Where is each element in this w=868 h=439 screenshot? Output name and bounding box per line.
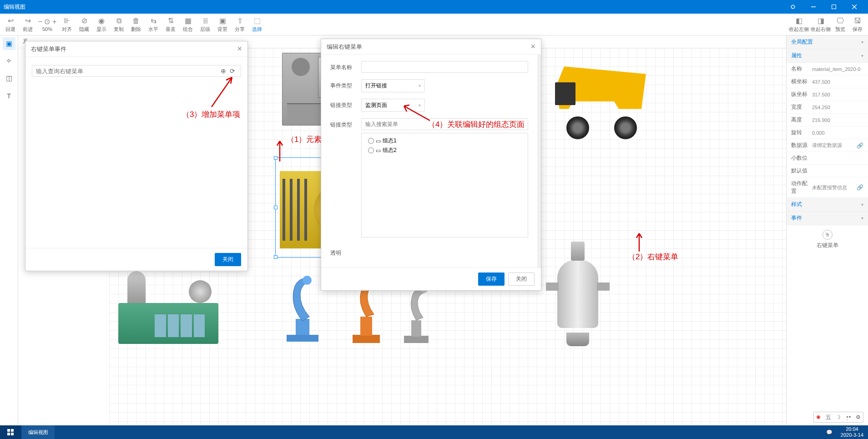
gear-icon[interactable]: ⚙ — [856, 414, 861, 420]
radio-page2[interactable] — [368, 147, 374, 153]
select-link-type[interactable]: 监测页面▾ — [361, 99, 425, 112]
prop-y[interactable]: 纵坐标317.500 — [787, 88, 868, 101]
tool-align[interactable]: ⊪对齐 — [58, 15, 76, 35]
taskbar-app-label: 编辑视图 — [28, 429, 48, 436]
radio-page1[interactable] — [368, 138, 374, 144]
tool-layer[interactable]: ≣层级 — [197, 15, 214, 35]
tree-config-pages: ▭组态1 ▭组态2 — [361, 133, 528, 237]
tool-copy[interactable]: ⧉复制 — [110, 15, 127, 35]
dialog2-title: 编辑右键菜单 — [327, 43, 362, 51]
tool-save[interactable]: 🖫保存 — [849, 15, 866, 35]
dialog1-search-row: ⊕ ⟳ — [32, 65, 241, 77]
taskbar: 编辑视图 💬 20:04 2020-3-14 — [0, 425, 868, 439]
section-properties[interactable]: 属性▾ — [787, 49, 868, 63]
tool-collapse-right[interactable]: ◨收起右侧 — [810, 15, 832, 35]
dialog1-close-button[interactable]: 关闭 — [215, 253, 241, 266]
prop-default[interactable]: 默认值 — [787, 165, 868, 177]
titlebar: 编辑视图 — [0, 0, 868, 14]
tree-item-label: 组态2 — [383, 146, 397, 154]
page-icon: ▭ — [376, 147, 381, 154]
tool-collapse-left[interactable]: ◧收起左侧 — [788, 15, 810, 35]
dialog2-header[interactable]: 编辑右键菜单 × — [321, 39, 541, 55]
tool-background[interactable]: ▣背景 — [214, 15, 231, 35]
lefticon-magic[interactable]: ✧ — [3, 55, 15, 67]
ime-tray[interactable]: ❀ 五 ☽ •̣• ⚙ — [813, 412, 863, 423]
dots-icon: •̣• — [846, 414, 851, 420]
tool-redo[interactable]: ↪前进 — [19, 15, 36, 35]
lefticon-image[interactable]: ▣ — [3, 37, 15, 50]
label-event-type: 事件类型 — [330, 79, 361, 90]
select-event-type[interactable]: 打开链接▾ — [361, 79, 425, 92]
moon-icon: ☽ — [836, 414, 841, 420]
canvas-item-truck[interactable] — [555, 66, 646, 139]
tool-undo[interactable]: ↩回退 — [2, 15, 19, 35]
tool-group[interactable]: ▦组合 — [179, 15, 197, 35]
prop-x[interactable]: 横坐标437.500 — [787, 76, 868, 88]
event-contextmenu-button[interactable]: 🖱 右键菜单 — [816, 230, 839, 249]
section-global-config[interactable]: 全局配置▾ — [787, 35, 868, 49]
canvas-item-tank[interactable] — [546, 242, 610, 346]
dialog1-title: 右键菜单事件 — [31, 45, 66, 53]
svg-rect-15 — [7, 433, 10, 435]
maximize-button[interactable] — [823, 0, 844, 14]
link-icon[interactable]: 🔗 — [857, 142, 863, 149]
tool-horizontal[interactable]: ⇆水平 — [145, 15, 162, 35]
dialog1-close-icon[interactable]: × — [237, 44, 242, 54]
dialog2-close-icon[interactable]: × — [530, 42, 535, 51]
section-style[interactable]: 样式▾ — [787, 198, 868, 212]
start-button[interactable] — [0, 425, 21, 439]
clock-time: 20:04 — [841, 426, 863, 432]
tree-item[interactable]: ▭组态1 — [365, 136, 524, 146]
add-menu-item-button[interactable]: ⊕ — [219, 67, 228, 75]
restore-down-icon[interactable] — [782, 0, 803, 14]
svg-rect-13 — [7, 429, 10, 432]
dialog-contextmenu-events: 右键菜单事件 × ⊕ ⟳ 关闭 — [25, 41, 248, 271]
notification-icon[interactable]: 💬 — [823, 429, 836, 435]
svg-rect-10 — [404, 336, 429, 343]
dialog1-search-input[interactable] — [36, 68, 219, 75]
section-events[interactable]: 事件▾ — [787, 212, 868, 225]
dialog1-header[interactable]: 右键菜单事件 × — [25, 41, 247, 57]
prop-height[interactable]: 高度216.900 — [787, 114, 868, 126]
lefticon-text[interactable]: T — [3, 89, 15, 102]
tree-item[interactable]: ▭组态2 — [365, 146, 524, 155]
prop-decimals[interactable]: 小数位 — [787, 152, 868, 165]
close-window-button[interactable] — [844, 0, 864, 14]
svg-rect-2 — [832, 5, 836, 9]
tool-share[interactable]: ⇪分享 — [231, 15, 248, 35]
ime-mode: 五 — [826, 414, 831, 421]
tool-delete[interactable]: 🗑删除 — [127, 15, 145, 35]
prop-action[interactable]: 动作配置未配置报警信息🔗 — [787, 177, 868, 198]
tool-show[interactable]: ◉显示 — [93, 15, 110, 35]
label-link-type: 链接类型 — [330, 99, 361, 109]
input-search-menu[interactable] — [361, 118, 528, 130]
prop-rotation[interactable]: 旋转0.000 — [787, 126, 868, 139]
canvas-item-robot-blue[interactable] — [278, 267, 328, 344]
input-menu-name[interactable] — [361, 61, 528, 73]
tool-select[interactable]: ⬚选择 — [248, 15, 266, 35]
refresh-button[interactable]: ⟳ — [228, 67, 237, 75]
link-icon[interactable]: 🔗 — [857, 184, 863, 191]
prop-width[interactable]: 宽度254.250 — [787, 101, 868, 114]
taskbar-app[interactable]: 编辑视图 — [22, 425, 55, 439]
properties-panel: 全局配置▾ 属性▾ 名称material_item_2020-0 横坐标437.… — [786, 35, 868, 425]
prop-name: 名称material_item_2020-0 — [787, 63, 868, 76]
dialog2-close-button[interactable]: 关闭 — [508, 272, 535, 286]
tool-hide[interactable]: ⊘隐藏 — [76, 15, 93, 35]
paw-icon: ❀ — [816, 414, 821, 420]
svg-rect-11 — [411, 320, 421, 337]
svg-rect-14 — [11, 429, 14, 432]
label-opacity: 透明 — [330, 247, 361, 257]
canvas-item-machine[interactable] — [118, 271, 218, 344]
taskbar-clock[interactable]: 20:04 2020-3-14 — [836, 426, 868, 438]
tool-zoom[interactable]: − ⊙ +50% — [36, 15, 58, 35]
tool-vertical[interactable]: ⇅垂直 — [162, 15, 179, 35]
svg-rect-8 — [360, 317, 372, 336]
page-icon: ▭ — [376, 138, 381, 144]
event-button-label: 右键菜单 — [817, 242, 838, 249]
minimize-button[interactable] — [803, 0, 823, 14]
prop-datasource[interactable]: 数据源请绑定数据源🔗 — [787, 139, 868, 152]
dialog2-save-button[interactable]: 保存 — [478, 272, 505, 286]
lefticon-chart[interactable]: ◫ — [3, 72, 15, 85]
tool-preview[interactable]: 🖵预览 — [832, 15, 849, 35]
